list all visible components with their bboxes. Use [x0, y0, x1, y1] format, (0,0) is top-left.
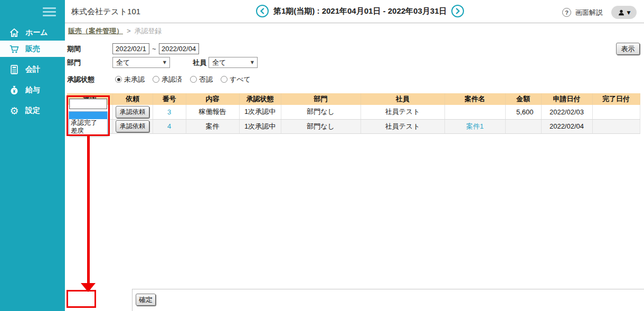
- breadcrumb-separator: >: [127, 27, 131, 35]
- radio-icon: [190, 76, 197, 83]
- table-header-row: 承認 依頼 番号 内容 承認状態 部門 社員 案件名 金額 申請日付 完了日付: [67, 93, 640, 105]
- department-cell: 部門なし: [281, 119, 361, 133]
- request-date-cell: 2022/02/03: [541, 105, 592, 119]
- date-from-input[interactable]: [112, 43, 149, 54]
- request-approval-button[interactable]: 承認依頼: [116, 106, 149, 118]
- sidebar-item-payroll[interactable]: 給与: [0, 82, 65, 98]
- employee-cell: 社員テスト: [361, 119, 444, 133]
- sidebar-item-sales[interactable]: 販売: [0, 41, 65, 57]
- sidebar-top: [0, 0, 65, 24]
- help-icon[interactable]: ?: [562, 8, 571, 17]
- status-label: 承認状態: [67, 75, 115, 84]
- sidebar: ホーム 販売 会計 給与 ⚙ 設定: [0, 0, 65, 311]
- approval-dropdown-list: 承認完了 差戻: [69, 111, 108, 135]
- status-cell: 1次承認中: [239, 105, 281, 119]
- radio-rejected[interactable]: 否認: [190, 75, 213, 84]
- tilde-separator: ~: [152, 45, 156, 53]
- amount-cell: 5,600: [505, 105, 541, 119]
- menu-icon[interactable]: [43, 5, 56, 18]
- radio-icon: [153, 76, 159, 83]
- department-label: 部門: [67, 58, 112, 67]
- fiscal-period-label: 第1期(当期) : 2021年04月01日 - 2022年03月31日: [273, 6, 447, 16]
- next-period-button[interactable]: [451, 5, 464, 17]
- complete-date-cell: [592, 119, 640, 133]
- user-menu[interactable]: ▼: [611, 6, 637, 19]
- status-radio-group: 未承認 承認済 否認 すべて: [115, 75, 251, 84]
- radio-all[interactable]: すべて: [221, 75, 251, 84]
- dropdown-option-send-back[interactable]: 差戻: [69, 127, 107, 135]
- show-button[interactable]: 表示: [616, 43, 640, 55]
- amount-cell: [505, 119, 541, 133]
- chevron-down-icon: ▼: [627, 10, 631, 15]
- sidebar-item-label: ホーム: [25, 28, 48, 37]
- user-icon: [618, 9, 625, 16]
- col-project: 案件名: [444, 93, 505, 105]
- department-select[interactable]: 全て ▼: [112, 57, 170, 68]
- col-request: 依頼: [112, 93, 153, 105]
- content-cell: 案件: [186, 119, 239, 133]
- dropdown-option-approve-complete[interactable]: 承認完了: [69, 119, 107, 127]
- sidebar-item-label: 販売: [25, 44, 40, 54]
- sidebar-item-home[interactable]: ホーム: [0, 24, 65, 41]
- sidebar-item-label: 会計: [25, 65, 40, 74]
- table-row: 承認依頼 3 稼働報告 1次承認中 部門なし 社員テスト 5,600 2022/…: [67, 105, 640, 119]
- chevron-down-icon: ▼: [163, 60, 166, 65]
- payroll-icon: [8, 84, 20, 96]
- cart-icon: [8, 43, 20, 55]
- home-icon: [8, 27, 20, 38]
- number-link[interactable]: 4: [167, 122, 171, 130]
- number-link[interactable]: 3: [167, 108, 171, 116]
- top-header: 株式会社テスト101 第1期(当期) : 2021年04月01日 - 2022年…: [65, 0, 644, 23]
- help-label[interactable]: 画面解説: [575, 8, 603, 17]
- main-area: 株式会社テスト101 第1期(当期) : 2021年04月01日 - 2022年…: [65, 0, 644, 311]
- col-employee: 社員: [361, 93, 444, 105]
- request-date-cell: 2022/02/04: [541, 119, 592, 133]
- date-to-input[interactable]: [159, 43, 199, 54]
- header-right-cluster: ? 画面解説 ▼: [562, 6, 637, 19]
- table-row: 承認依頼 4 案件 1次承認中 部門なし 社員テスト 案件1 2022/02/0…: [67, 119, 640, 133]
- chevron-down-icon: ▼: [251, 60, 254, 65]
- confirm-button[interactable]: 確定: [136, 294, 156, 306]
- gear-icon: ⚙: [8, 105, 20, 116]
- company-name: 株式会社テスト101: [71, 7, 140, 17]
- previous-period-button[interactable]: [256, 5, 269, 17]
- content-cell: 稼働報告: [186, 105, 239, 119]
- employee-label: 社員: [193, 58, 209, 67]
- radio-approved[interactable]: 承認済: [153, 75, 182, 84]
- period-filter-row: 期間 ~: [67, 43, 644, 55]
- fiscal-period-nav: 第1期(当期) : 2021年04月01日 - 2022年03月31日: [256, 5, 464, 17]
- employee-cell: 社員テスト: [361, 105, 444, 119]
- approval-table: 承認 依頼 番号 内容 承認状態 部門 社員 案件名 金額 申請日付 完了日付 …: [67, 93, 640, 134]
- calculator-icon: [8, 64, 20, 75]
- col-content: 内容: [186, 93, 239, 105]
- department-filter-row: 部門 全て ▼ 社員 全て ▼: [67, 56, 644, 69]
- sidebar-item-settings[interactable]: ⚙ 設定: [0, 102, 65, 119]
- status-cell: 1次承認中: [239, 119, 281, 133]
- app-window: ホーム 販売 会計 給与 ⚙ 設定 株式会社テスト101: [0, 0, 644, 311]
- request-approval-button[interactable]: 承認依頼: [116, 120, 149, 132]
- col-amount: 金額: [505, 93, 541, 105]
- col-status: 承認状態: [239, 93, 281, 105]
- radio-unapproved[interactable]: 未承認: [115, 75, 145, 84]
- radio-icon: [115, 76, 122, 83]
- complete-date-cell: [592, 105, 640, 119]
- col-complete-date: 完了日付: [592, 93, 640, 105]
- sidebar-item-accounting[interactable]: 会計: [0, 61, 65, 77]
- sidebar-item-label: 給与: [25, 85, 40, 95]
- breadcrumb-current: 承認登録: [135, 26, 162, 36]
- col-number: 番号: [153, 93, 186, 105]
- col-department: 部門: [281, 93, 361, 105]
- project-link[interactable]: 案件1: [466, 122, 484, 130]
- project-cell: [444, 105, 505, 119]
- filter-panel: 期間 ~ 部門 全て ▼ 社員 全て ▼ 承認状態: [65, 38, 644, 85]
- department-cell: 部門なし: [281, 105, 361, 119]
- breadcrumb-parent-link[interactable]: 販売（案件管理）: [68, 26, 123, 36]
- col-request-date: 申請日付: [541, 93, 592, 105]
- sidebar-item-label: 設定: [25, 106, 40, 115]
- dropdown-option-empty[interactable]: [69, 112, 107, 119]
- employee-select[interactable]: 全て ▼: [209, 57, 258, 68]
- breadcrumb: 販売（案件管理） > 承認登録: [65, 23, 644, 38]
- approval-select[interactable]: [69, 99, 107, 109]
- status-filter-row: 承認状態 未承認 承認済 否認: [67, 73, 644, 85]
- footer-panel: 確定: [132, 289, 644, 311]
